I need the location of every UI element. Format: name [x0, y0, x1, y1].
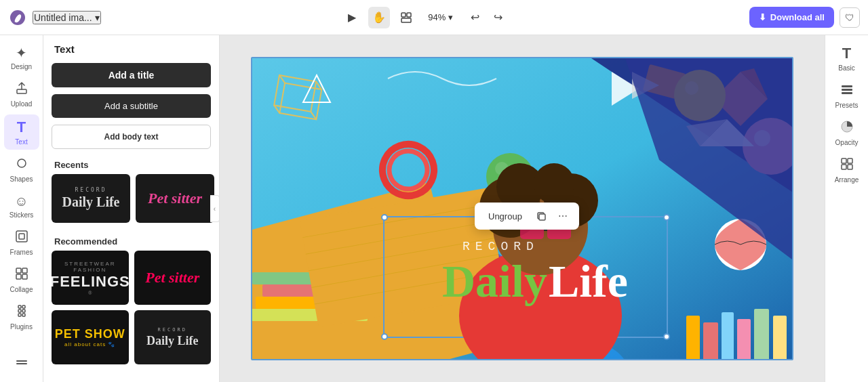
hand-tool-button[interactable]: ✋ [368, 7, 390, 28]
panel-collapse-handle[interactable]: ‹ [210, 195, 220, 222]
svg-rect-53 [754, 309, 769, 360]
download-button[interactable]: ⬇ Download all [749, 7, 834, 28]
presets-label: Presets [835, 102, 859, 109]
svg-rect-82 [842, 85, 852, 87]
download-icon: ⬇ [759, 12, 766, 22]
canvas-wrapper: RECORD Daily Life ↻ [251, 57, 793, 360]
download-label: Download all [770, 12, 825, 22]
svg-rect-19 [16, 363, 27, 364]
layout-button[interactable] [395, 7, 417, 28]
sidebar-item-more[interactable] [4, 352, 39, 377]
context-menu: Ungroup ⋯ [475, 203, 579, 230]
redo-button[interactable]: ↪ [487, 7, 509, 28]
person-photo [422, 112, 659, 360]
shapes-icon [15, 156, 28, 173]
sidebar-item-design[interactable]: ✦ Design [4, 41, 39, 75]
frames-label: Frames [10, 249, 33, 256]
svg-point-75 [534, 163, 574, 204]
doc-title-chevron: ▾ [95, 12, 100, 23]
svg-rect-49 [686, 316, 700, 360]
svg-rect-14 [18, 310, 21, 312]
add-body-button[interactable]: Add body text [52, 125, 211, 149]
collage-icon [15, 267, 28, 284]
right-panel-arrange[interactable]: Arrange [829, 153, 865, 188]
copy-style-button[interactable] [532, 207, 551, 226]
recents-section-label: Recents [43, 152, 219, 174]
recent-card-1[interactable]: RECORD Daily Life [52, 174, 130, 223]
stickers-label: Stickers [9, 211, 34, 219]
rec-card-feelings[interactable]: STREETWEAR FASHION FEELINGS ® [52, 251, 129, 305]
svg-rect-84 [842, 92, 852, 94]
rec-card-record-daily[interactable]: RECORD Daily Life [134, 310, 212, 364]
svg-rect-81 [539, 214, 545, 220]
add-title-button[interactable]: Add a title [52, 63, 211, 87]
recommended-section-label: Recommended [43, 228, 219, 251]
svg-rect-18 [16, 360, 27, 362]
svg-rect-54 [773, 316, 787, 360]
play-button[interactable]: ▶ [341, 7, 363, 28]
svg-rect-83 [842, 89, 852, 91]
canvas-record-text: RECORD [462, 240, 539, 253]
topbar-left: Untitled ima... ▾ [8, 8, 101, 27]
opacity-label: Opacity [835, 139, 859, 146]
svg-rect-11 [22, 274, 27, 279]
rec-card-pet-show[interactable]: PET SHOW all about cats 🐾 [52, 310, 129, 364]
sidebar-item-shapes[interactable]: Shapes [4, 152, 39, 187]
svg-rect-17 [22, 314, 25, 316]
svg-rect-7 [19, 234, 24, 239]
zoom-level-text: 94% [428, 12, 446, 22]
plugins-icon [15, 304, 28, 321]
right-panel-presets[interactable]: Presets [829, 79, 865, 113]
add-body-label: Add body text [104, 132, 159, 142]
right-panel-opacity[interactable]: Opacity [829, 116, 865, 150]
sidebar-item-frames[interactable]: Frames [4, 226, 39, 260]
svg-rect-6 [16, 231, 27, 242]
sidebar-item-upload[interactable]: Upload [4, 77, 39, 112]
right-panel-basic[interactable]: T Basic [829, 41, 865, 76]
svg-rect-52 [737, 319, 751, 360]
canva-logo [8, 8, 27, 27]
svg-rect-16 [18, 314, 21, 316]
canva-pro-icon[interactable]: 🛡 [840, 7, 860, 28]
zoom-control[interactable]: 94% ▾ [422, 9, 458, 25]
zoom-chevron-icon: ▾ [448, 12, 453, 22]
arrange-label: Arrange [835, 176, 859, 184]
more-options-button[interactable]: ⋯ [553, 207, 572, 226]
rec-card-pet-sitter[interactable]: Pet sitter [134, 251, 212, 305]
sidebar-item-stickers[interactable]: ☺ Stickers [4, 190, 39, 223]
svg-rect-86 [842, 158, 846, 163]
icon-sidebar: ✦ Design Upload T Text Shapes ☺ Stickers [0, 35, 43, 382]
canvas-area[interactable]: RECORD Daily Life ↻ [220, 35, 825, 382]
basic-text-icon: T [842, 45, 851, 62]
canvas-daily-text: Daily [442, 258, 547, 304]
doc-title-button[interactable]: Untitled ima... ▾ [33, 11, 101, 24]
opacity-icon [840, 120, 854, 137]
undo-redo-group: ↩ ↪ [464, 7, 509, 28]
svg-rect-4 [17, 89, 26, 93]
svg-rect-2 [407, 13, 411, 17]
svg-rect-8 [16, 268, 21, 273]
topbar-right: ⬇ Download all 🛡 [749, 7, 860, 28]
sidebar-item-text[interactable]: T Text [4, 114, 39, 150]
frames-icon [15, 230, 28, 247]
presets-icon [840, 83, 854, 100]
sidebar-item-plugins[interactable]: Plugins [4, 300, 39, 335]
more-icon [15, 356, 28, 373]
svg-rect-9 [22, 268, 27, 273]
upload-label: Upload [11, 100, 33, 108]
topbar: Untitled ima... ▾ ▶ ✋ 94% ▾ ↩ ↪ ⬇ Downlo… [0, 0, 868, 35]
undo-button[interactable]: ↩ [464, 7, 486, 28]
svg-rect-50 [703, 322, 718, 360]
canvas-daily-life-text[interactable]: Daily Life [442, 258, 628, 304]
sidebar-item-collage[interactable]: Collage [4, 263, 39, 297]
doc-title-text: Untitled ima... [34, 12, 92, 23]
ungroup-button[interactable]: Ungroup [481, 209, 529, 224]
recent-card-2[interactable]: Pet sitter [136, 174, 214, 223]
svg-rect-15 [22, 310, 25, 312]
svg-point-5 [18, 159, 26, 167]
design-icon: ✦ [16, 45, 27, 61]
svg-rect-10 [16, 274, 21, 279]
canvas-life-text: Life [549, 258, 628, 304]
plugins-label: Plugins [10, 323, 33, 331]
add-subtitle-button[interactable]: Add a subtitle [52, 94, 211, 118]
